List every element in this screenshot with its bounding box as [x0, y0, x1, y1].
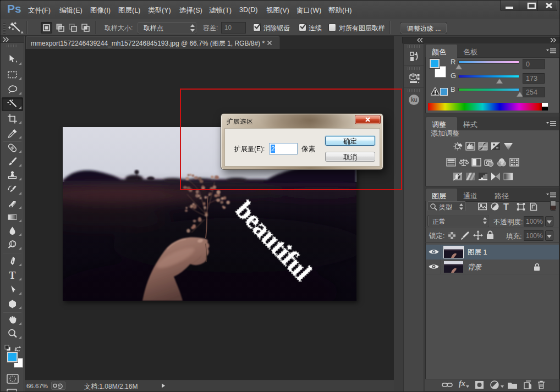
svg-text:T: T [503, 202, 509, 212]
svg-text:T: T [9, 270, 15, 281]
